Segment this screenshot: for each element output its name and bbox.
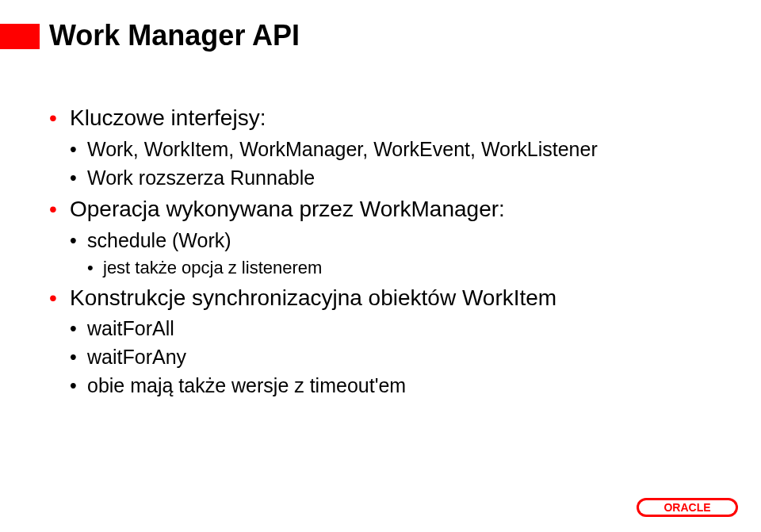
oracle-logo-text: ORACLE bbox=[663, 501, 710, 514]
bullet-l1: Operacja wykonywana przez WorkManager: s… bbox=[49, 194, 729, 279]
oracle-logo-icon: ORACLE bbox=[636, 497, 739, 518]
bullet-text: Konstrukcje synchronizacyjna obiektów Wo… bbox=[70, 285, 556, 310]
bullet-text: waitForAll bbox=[87, 317, 174, 339]
bullet-l1: Konstrukcje synchronizacyjna obiektów Wo… bbox=[49, 283, 729, 400]
bullet-l2: waitForAll bbox=[70, 316, 729, 343]
bullet-list-level3: jest także opcja z listenerem bbox=[87, 256, 729, 280]
bullet-list-level2: Work, WorkItem, WorkManager, WorkEvent, … bbox=[70, 136, 729, 192]
oracle-logo: ORACLE bbox=[636, 497, 739, 518]
bullet-text: Work rozszerza Runnable bbox=[87, 166, 315, 189]
bullet-l2: obie mają także wersje z timeout'em bbox=[70, 373, 729, 400]
bullet-l2: schedule (Work) jest także opcja z liste… bbox=[70, 228, 729, 279]
bullet-text: waitForAny bbox=[87, 346, 186, 368]
bullet-l2: waitForAny bbox=[70, 344, 729, 371]
bullet-l3: jest także opcja z listenerem bbox=[87, 256, 729, 280]
bullet-text: schedule (Work) bbox=[87, 229, 231, 251]
bullet-list-level2: schedule (Work) jest także opcja z liste… bbox=[70, 228, 729, 279]
bullet-text: Operacja wykonywana przez WorkManager: bbox=[70, 197, 505, 221]
bullet-l2: Work rozszerza Runnable bbox=[70, 165, 729, 192]
accent-block bbox=[0, 24, 40, 49]
bullet-text: obie mają także wersje z timeout'em bbox=[87, 374, 406, 396]
bullet-text: jest także opcja z listenerem bbox=[103, 258, 322, 277]
bullet-l2: Work, WorkItem, WorkManager, WorkEvent, … bbox=[70, 136, 729, 163]
bullet-list-level2: waitForAll waitForAny obie mają także we… bbox=[70, 316, 729, 399]
bullet-list-level1: Kluczowe interfejsy: Work, WorkItem, Wor… bbox=[49, 103, 729, 400]
slide-title: Work Manager API bbox=[49, 19, 300, 52]
bullet-text: Kluczowe interfejsy: bbox=[70, 105, 266, 130]
bullet-text: Work, WorkItem, WorkManager, WorkEvent, … bbox=[87, 138, 598, 160]
slide: Work Manager API Kluczowe interfejsy: Wo… bbox=[0, 0, 761, 532]
slide-content: Kluczowe interfejsy: Work, WorkItem, Wor… bbox=[49, 103, 729, 403]
bullet-l1: Kluczowe interfejsy: Work, WorkItem, Wor… bbox=[49, 103, 729, 191]
